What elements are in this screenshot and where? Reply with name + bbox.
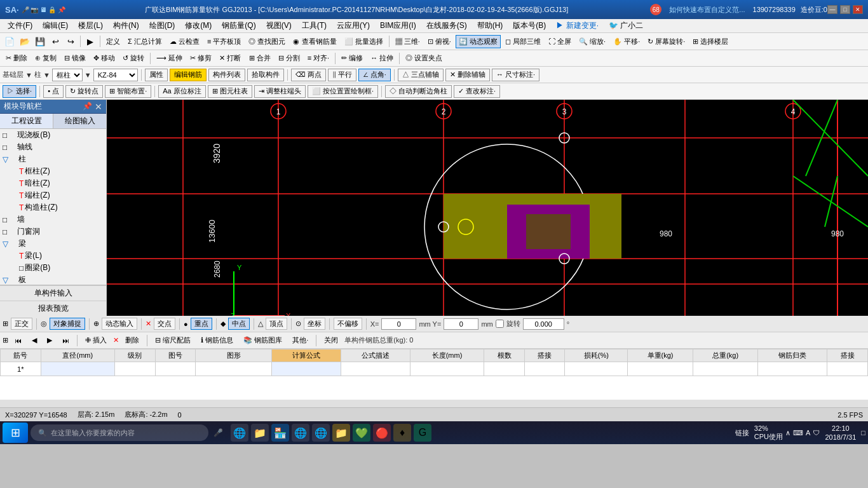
search-bar[interactable]: 🔍 在这里输入你要搜索的内容 [31,424,208,441]
tray-antivirus-icon[interactable]: 🛡 [813,429,820,437]
taskbar-app-yellow[interactable]: ♦ [393,424,411,442]
rebar-info-btn[interactable]: ℹ 钢筋信息 [197,334,237,346]
cell-dia[interactable] [41,362,114,376]
3d-btn[interactable]: ▦ 三维· [392,35,423,48]
calc-btn[interactable]: Σ 汇总计算 [125,35,165,48]
menu-modify[interactable]: 修改(M) [180,19,217,32]
tree-item-axis[interactable]: □轴线 [0,141,106,153]
check-label-btn[interactable]: ✓ 查改标注· [454,85,500,98]
edit-rebar-btn[interactable]: 编辑钢筋 [170,69,207,81]
zoom-btn[interactable]: 🔍 缩放· [576,35,609,48]
tree-item-wall[interactable]: □墙 [0,214,106,226]
menu-view[interactable]: 视图(V) [261,19,297,32]
mirror-op-btn[interactable]: ⊟ 镜像 [61,51,89,65]
batch-select-btn[interactable]: ⬜ 批量选择 [341,35,386,48]
scale-rebar-btn[interactable]: ⊟ 缩尺配筋 [151,334,194,346]
x-coord-input[interactable] [381,318,416,330]
taskbar-app-1[interactable]: 🌐 [231,424,248,442]
cell-formula[interactable] [272,362,341,376]
rotate-op-btn[interactable]: ↺ 旋转 [119,51,147,65]
del-aux-btn[interactable]: ✕ 删除辅轴 [445,69,490,81]
tree-item-slab[interactable]: □现浇板(B) [0,129,106,141]
notification-badge[interactable]: 68 [650,4,661,15]
tree-item-column[interactable]: ▽柱 [0,153,106,165]
taskbar-app-4[interactable]: 🌐 [312,424,330,442]
open-btn[interactable]: 📂 [18,34,32,48]
insert-rebar-btn[interactable]: ✙ 插入 [81,334,111,346]
report-preview-btn[interactable]: 报表预览 [0,301,106,316]
stretch-op-btn[interactable]: ↔ 拉伸 [367,51,397,65]
tree-item-framebeam[interactable]: T 梁(L) [0,250,106,262]
find-element-btn[interactable]: ◎ 查找图元 [245,35,288,48]
pick-comp-btn[interactable]: 拾取构件 [247,69,284,81]
rebar-library-btn[interactable]: 📚 钢筋图库 [240,334,286,346]
window-controls[interactable]: — □ ✕ [827,5,863,14]
sidebar-close-btn[interactable]: ✕ [95,102,102,112]
two-point-btn[interactable]: ⌫ 两点 [291,69,326,81]
level-floor-btn[interactable]: ≡ 平齐板顶 [204,35,244,48]
tree-item-framecol[interactable]: T 框柱(Z) [0,165,106,177]
tree-item-darkcol[interactable]: T 暗柱(Z) [0,177,106,189]
point-draw-btn[interactable]: • 点 [43,85,64,98]
tray-kbd-icon[interactable]: ⌨ [793,429,803,437]
smart-layout-btn[interactable]: ⊞ 智能布置· [105,85,151,98]
tray-lang-icon[interactable]: A [806,429,810,437]
last-btn[interactable]: ⏭ [58,336,73,346]
taskbar-app-g[interactable]: G [414,424,431,442]
other-rebar-btn[interactable]: 其他· [288,334,312,346]
redo-btn[interactable]: ↪ [64,34,78,48]
column-table-btn[interactable]: ⊞ 图元柱表 [208,85,252,98]
parallel-btn[interactable]: ∥ 平行 [328,69,356,81]
taskbar-time[interactable]: 22:10 2018/7/31 [825,424,856,442]
break-op-btn[interactable]: ✕ 打断 [216,51,244,65]
edit-op-btn[interactable]: ✏ 编修 [338,51,366,65]
inplace-label-btn[interactable]: Aa 原位标注 [158,85,206,98]
extend-op-btn[interactable]: ⟶ 延伸 [153,51,186,65]
menu-draw[interactable]: 绘图(D) [144,19,180,32]
save-btn[interactable]: 💾 [33,34,47,48]
taskbar-app-red[interactable]: 🔴 [373,424,391,442]
undo-btn[interactable]: ↩ [48,34,62,48]
intersection-btn[interactable]: 交点 [154,318,175,330]
coord-btn[interactable]: 坐标 [304,318,325,330]
define-btn[interactable]: 定义 [103,35,123,48]
menu-floor[interactable]: 楼层(L) [73,19,108,32]
menu-edit[interactable]: 编辑(E) [37,19,73,32]
menu-rebar-qty[interactable]: 钢筋量(Q) [217,19,261,32]
vertex-btn[interactable]: 顶点 [266,318,287,330]
dia-input[interactable] [65,364,90,374]
select-floor-btn[interactable]: ⊞ 选择楼层 [689,35,731,48]
property-btn[interactable]: 属性 [145,69,168,81]
auto-corner-btn[interactable]: ◇ 自动判断边角柱 [385,85,452,98]
prev-btn[interactable]: ◀ [28,335,41,346]
delete-rebar-btn[interactable]: 删除 [121,334,143,346]
delete-op-btn[interactable]: ✂ 删除 [3,51,31,65]
midpoint-btn[interactable]: 重点 [191,318,212,330]
object-snap-btn[interactable]: 对象捕捉 [50,318,85,330]
tree-item-beam[interactable]: ▽梁 [0,238,106,250]
tree-item-ringbeam[interactable]: □ 圈梁(B) [0,262,106,274]
first-btn[interactable]: ⏮ [11,336,25,346]
tree-item-opening[interactable]: □门窗洞 [0,226,106,238]
dim-btn[interactable]: ↔ 尺寸标注· [492,69,539,81]
cloud-check-btn[interactable]: ☁ 云检查 [166,35,203,48]
next-btn[interactable]: ▶ [43,335,56,346]
rotate-screen-btn[interactable]: ↻ 屏幕旋转· [644,35,688,48]
dynamic-view-btn[interactable]: 🔄 动态观察 [456,35,501,48]
dynamic-input-btn[interactable]: 动态输入 [102,318,137,330]
minimize-button[interactable]: — [827,5,837,14]
draw-input-btn[interactable]: 绘图输入 [53,114,106,128]
taskbar-app-2[interactable]: 📁 [251,424,269,442]
menu-tools[interactable]: 工具(T) [297,19,332,32]
menu-online[interactable]: 在线服务(S) [421,19,472,32]
local-3d-btn[interactable]: ◻ 局部三维 [502,35,544,48]
menu-file[interactable]: 文件(F) [3,19,37,32]
single-comp-btn[interactable]: 单构件输入 [0,285,106,301]
taskbar-app-green[interactable]: 💚 [353,424,370,442]
pan-btn[interactable]: ✋ 平移· [610,35,643,48]
ortho-btn[interactable]: 正交 [11,318,32,330]
component-select[interactable]: KZ-84 [93,69,138,81]
maximize-button[interactable]: □ [840,5,850,14]
tree-item-structcol[interactable]: T 构造柱(Z) [0,201,106,214]
merge-op-btn[interactable]: ⊞ 合并 [246,51,274,65]
